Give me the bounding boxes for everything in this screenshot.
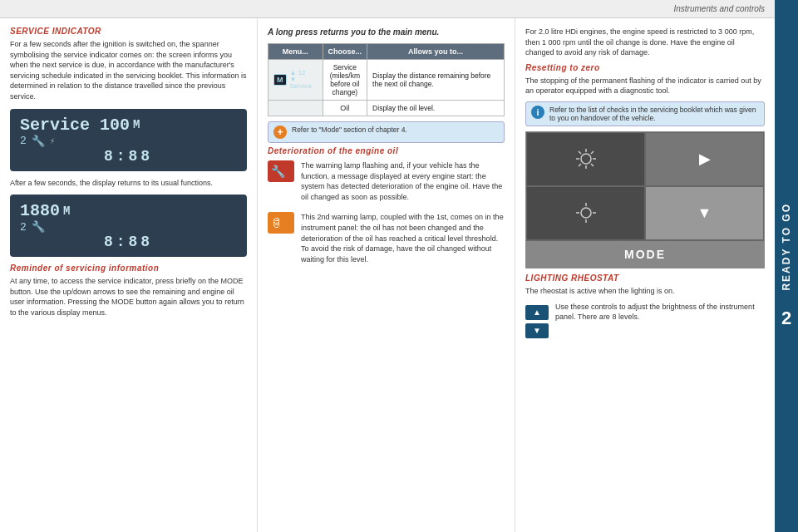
lighting-grid: ▶ ▼ MODE [525, 131, 765, 268]
lighting-cell-br: ▼ [645, 186, 764, 240]
table-cell-display-oil: Display the oil level. [367, 101, 505, 116]
service-indicator-body: For a few seconds after the ignition is … [10, 39, 247, 102]
brightness-controls: ▲ ▼ Use these controls to adjust the bri… [525, 302, 765, 338]
display1-line2: 2 🔧 ⚡ [20, 135, 237, 148]
page-header: Instruments and controls [0, 0, 775, 18]
display2-line3: 8:88 [20, 234, 237, 250]
display1-line1: Service 100 M [20, 116, 237, 135]
reminder-body: At any time, to access the service indic… [10, 276, 247, 318]
svg-line-7 [579, 151, 581, 154]
engine-text: For 2.0 litre HDi engines, the engine sp… [525, 27, 765, 58]
table-cell-display-distance: Display the distance remaining before th… [367, 60, 505, 101]
table-col2-header: Choose... [323, 44, 367, 60]
deterioration-body-1: The warning lamp flashing and, if your v… [301, 160, 505, 202]
service-indicator-heading: SERVICE INDICATOR [10, 27, 247, 36]
mode-label: MODE [624, 248, 666, 261]
warning-section-1: 🔧 The warning lamp flashing and, if your… [268, 160, 505, 207]
table-cell-oil: Oil [323, 101, 367, 116]
info-icon: i [531, 106, 544, 119]
brightness-down-button[interactable]: ▼ [525, 323, 549, 338]
deterioration-heading: Deterioration of the engine oil [268, 146, 505, 155]
table-col1-header: Menu... [268, 44, 323, 60]
lighting-cell-bl [526, 186, 645, 240]
svg-point-2 [581, 154, 591, 164]
oil-warning-icon-2: 🛢 [268, 212, 294, 234]
display-box-1: Service 100 M 2 🔧 ⚡ 8:88 [10, 109, 247, 171]
middle-column: A long press returns you to the main men… [258, 18, 515, 532]
brightness-arrows[interactable]: ▲ ▼ [525, 305, 549, 338]
table-cell-service: Service(miles/kmbefore oilchange) [323, 60, 367, 101]
info-note-text: Refer to the list of checks in the servi… [549, 106, 759, 122]
table-row-service: M ▲ 12 ▼ Service Service(miles/kmbefore … [268, 60, 505, 101]
resetting-heading: Resetting to zero [525, 63, 765, 72]
resetting-body: The stopping of the permanent flashing o… [525, 76, 765, 96]
brightness-up-button[interactable]: ▲ [525, 305, 549, 320]
table-cell-empty [268, 101, 323, 116]
lighting-cell-tl [526, 132, 645, 186]
lighting-body: The rheostat is active when the lighting… [525, 286, 765, 297]
right-column: For 2.0 litre HDi engines, the engine sp… [515, 18, 775, 532]
svg-line-8 [591, 164, 594, 166]
plus-icon: + [273, 126, 287, 139]
header-title: Instruments and controls [674, 4, 766, 13]
lighting-heading: LIGHTING RHEOSTAT [525, 273, 765, 283]
left-column: SERVICE INDICATOR For a few seconds afte… [0, 18, 258, 532]
chapter-number: 2 [781, 308, 791, 329]
info-note: i Refer to the list of checks in the ser… [525, 101, 765, 126]
chapter-tab: READY TO GO 2 [775, 0, 798, 532]
display-box-2: 1880 M 2 🔧 8:88 [10, 195, 247, 257]
svg-line-10 [579, 164, 581, 166]
reminder-heading: Reminder of servicing information [10, 264, 247, 273]
long-press-text: A long press returns you to the main men… [268, 27, 505, 38]
mode-note: + Refer to "Mode" section of chapter 4. [268, 121, 505, 143]
deterioration-body-2: This 2nd warning lamp, coupled with the … [301, 212, 505, 264]
chapter-label: READY TO GO [781, 203, 792, 291]
display2-line1: 1880 M [20, 201, 237, 220]
mode-cell: MODE [526, 240, 764, 268]
lighting-cell-tr: ▶ [645, 132, 764, 186]
table-cell-m: M ▲ 12 ▼ Service [268, 60, 323, 101]
table-col3-header: Allows you to... [367, 44, 505, 60]
display2-line2: 2 🔧 [20, 220, 237, 234]
oil-warning-icon-1: 🔧 [268, 160, 294, 182]
mode-note-text: Refer to "Mode" section of chapter 4. [292, 126, 407, 134]
menu-table: Menu... Choose... Allows you to... M ▲ 1… [268, 43, 505, 116]
warning-section-2: 🛢 This 2nd warning lamp, coupled with th… [268, 212, 505, 269]
table-row-oil: Oil Display the oil level. [268, 101, 505, 116]
svg-point-11 [581, 208, 591, 218]
svg-text:🔧: 🔧 [271, 165, 286, 179]
after-text: After a few seconds, the display returns… [10, 178, 247, 189]
svg-text:🛢: 🛢 [271, 216, 283, 229]
brightness-text: Use these controls to adjust the brightn… [555, 302, 765, 323]
display1-line3: 8:88 [20, 148, 237, 165]
svg-line-9 [591, 151, 594, 154]
main-content: SERVICE INDICATOR For a few seconds afte… [0, 18, 775, 532]
